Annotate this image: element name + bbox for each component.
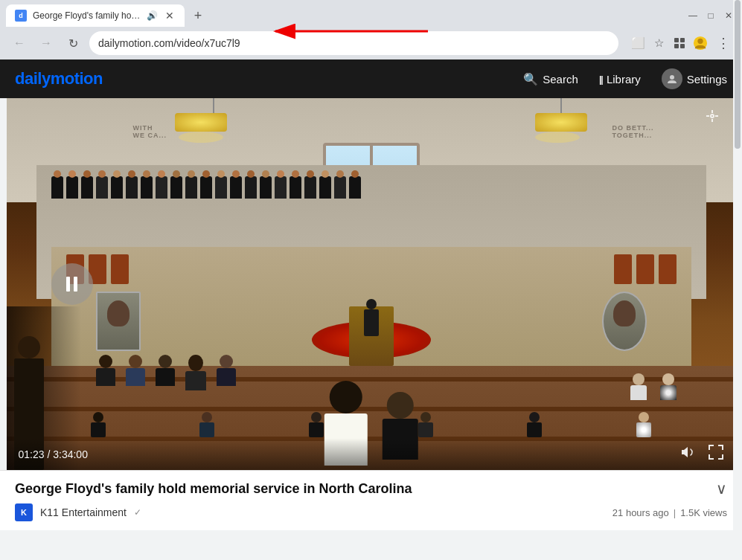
channel-name: K11 Entertainment	[40, 506, 127, 518]
video-meta: K K11 Entertainment ✓ 21 hours ago | 1.5…	[15, 503, 727, 521]
address-bar-icons: ⬜ ☆ ⋮	[630, 35, 733, 51]
svg-point-13	[711, 115, 714, 118]
cast-icon[interactable]: ⬜	[630, 36, 645, 51]
video-bottom-icons	[679, 444, 724, 464]
settings-nav-item[interactable]: Settings	[662, 68, 727, 89]
video-title-row: George Floyd's family hold memorial serv…	[15, 480, 727, 498]
svg-rect-2	[674, 38, 679, 42]
svg-rect-3	[680, 38, 685, 42]
bookmark-icon[interactable]: ☆	[651, 36, 666, 51]
video-age: 21 hours ago	[613, 507, 669, 518]
video-views: 1.5K views	[680, 507, 727, 518]
address-bar-row: ← → ↻ dailymotion.com/video/x7uc7l9 ⬜ ☆	[0, 27, 742, 59]
extensions-icon[interactable]	[672, 36, 687, 51]
search-nav-label: Search	[543, 73, 578, 86]
video-meta-right: 21 hours ago | 1.5K views	[613, 507, 727, 518]
scrollbar-thumb[interactable]	[735, 0, 741, 149]
profile-icon[interactable]	[693, 36, 708, 51]
url-text: dailymotion.com/video/x7uc7l9	[98, 37, 610, 49]
pause-icon	[66, 277, 77, 292]
svg-point-7	[697, 39, 703, 44]
maximize-button[interactable]: □	[703, 8, 718, 23]
verified-icon: ✓	[134, 507, 141, 518]
minimize-button[interactable]: —	[685, 8, 700, 23]
reload-button[interactable]: ↻	[63, 33, 83, 54]
volume-icon[interactable]	[679, 444, 696, 464]
tab-close-button[interactable]: ✕	[164, 10, 176, 22]
search-nav-icon: 🔍	[523, 72, 538, 86]
dailymotion-header: dailymotion 🔍 Search ||| Library Setting…	[0, 59, 742, 98]
back-button[interactable]: ←	[9, 33, 30, 54]
library-nav-item[interactable]: ||| Library	[599, 73, 641, 86]
address-bar[interactable]: dailymotion.com/video/x7uc7l9	[89, 31, 618, 55]
search-nav-item[interactable]: 🔍 Search	[523, 72, 578, 86]
video-info-section: George Floyd's family hold memorial serv…	[0, 470, 742, 530]
video-overlay: 01:23 / 3:34:00	[7, 98, 736, 470]
browser-window: d George Floyd's family hol… 🔊 ✕ + — □ ✕…	[0, 0, 742, 530]
svg-rect-5	[680, 44, 685, 48]
video-container: WITHWE CA... DO BETT...TOGETH...	[7, 98, 736, 470]
scrollbar[interactable]	[733, 0, 742, 560]
pause-button[interactable]	[51, 263, 93, 305]
tab-bar: d George Floyd's family hol… 🔊 ✕ + — □ ✕	[0, 0, 742, 27]
video-title: George Floyd's family hold memorial serv…	[15, 481, 412, 497]
library-nav-label: Library	[607, 73, 641, 86]
channel-logo[interactable]: K	[15, 503, 33, 521]
expand-chevron[interactable]: ∨	[716, 480, 727, 498]
video-settings-icon[interactable]	[703, 107, 721, 129]
settings-nav-label: Settings	[687, 73, 727, 86]
header-nav: 🔍 Search ||| Library Settings	[523, 68, 727, 89]
fullscreen-icon[interactable]	[708, 444, 724, 464]
meta-separator: |	[674, 507, 676, 518]
tab-title: George Floyd's family hol…	[33, 10, 141, 21]
svg-rect-4	[674, 44, 679, 48]
tab-favicon: d	[15, 10, 27, 22]
library-nav-icon: |||	[599, 74, 602, 85]
dailymotion-logo[interactable]: dailymotion	[15, 69, 103, 88]
time-display: 01:23 / 3:34:00	[19, 448, 88, 460]
svg-point-8	[670, 75, 674, 80]
video-bottom-bar: 01:23 / 3:34:00	[7, 438, 736, 470]
window-controls: — □ ✕	[685, 8, 736, 23]
forward-button[interactable]: →	[36, 33, 57, 54]
video-frame[interactable]: WITHWE CA... DO BETT...TOGETH...	[7, 98, 736, 470]
more-options-button[interactable]: ⋮	[714, 35, 733, 51]
settings-avatar	[662, 68, 682, 89]
tab-audio-icon: 🔊	[147, 10, 158, 21]
new-tab-button[interactable]: +	[188, 5, 208, 26]
active-tab[interactable]: d George Floyd's family hol… 🔊 ✕	[6, 4, 185, 27]
